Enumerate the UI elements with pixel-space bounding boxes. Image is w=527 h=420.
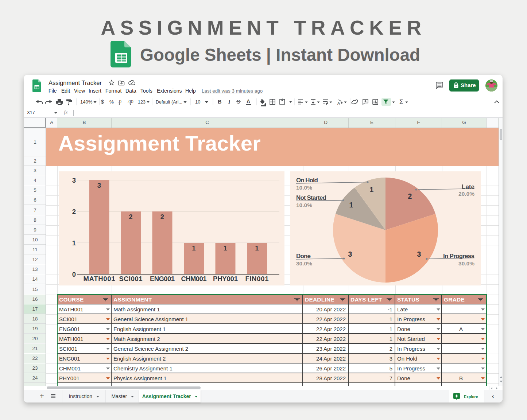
svg-text:3: 3 xyxy=(348,250,352,258)
svg-text:20.0%: 20.0% xyxy=(458,191,474,197)
svg-text:0: 0 xyxy=(72,271,76,278)
svg-text:%: % xyxy=(109,99,114,105)
svg-text:30.0%: 30.0% xyxy=(458,260,474,267)
svg-text:PHY001: PHY001 xyxy=(213,275,238,283)
svg-text:10: 10 xyxy=(195,99,200,105)
svg-text:ENG001: ENG001 xyxy=(150,275,175,283)
svg-text:CHM001: CHM001 xyxy=(181,275,207,283)
svg-text:10.0%: 10.0% xyxy=(296,184,312,191)
svg-text:2: 2 xyxy=(72,208,76,215)
svg-text:Σ: Σ xyxy=(399,98,403,105)
svg-text:In Progress: In Progress xyxy=(443,253,474,260)
svg-text:A: A xyxy=(337,101,340,105)
svg-text:3: 3 xyxy=(72,176,76,184)
svg-text:Default (Ari...: Default (Ari... xyxy=(156,100,182,105)
svg-text:1: 1 xyxy=(255,244,259,252)
svg-text:Late: Late xyxy=(462,183,474,190)
svg-text:2: 2 xyxy=(129,213,132,221)
svg-text:Done: Done xyxy=(296,253,311,260)
svg-text:$: $ xyxy=(101,99,104,105)
svg-text:1: 1 xyxy=(72,239,76,247)
svg-text:A: A xyxy=(247,98,250,104)
svg-text:B: B xyxy=(218,99,221,105)
svg-text:10.0%: 10.0% xyxy=(296,202,312,208)
svg-text:1: 1 xyxy=(370,186,374,194)
svg-text:2: 2 xyxy=(408,192,412,200)
svg-text:3: 3 xyxy=(417,250,421,258)
svg-text:1: 1 xyxy=(349,201,353,209)
svg-text:3: 3 xyxy=(97,182,101,189)
svg-text:On Hold: On Hold xyxy=(296,177,318,184)
svg-text:1: 1 xyxy=(192,244,195,252)
svg-text:30.0%: 30.0% xyxy=(296,260,312,267)
svg-text:I: I xyxy=(228,99,231,105)
svg-text:Not Started: Not Started xyxy=(296,194,326,201)
svg-text:2: 2 xyxy=(160,213,164,221)
svg-text:123: 123 xyxy=(138,100,146,105)
svg-text:140%: 140% xyxy=(80,99,93,105)
svg-text:FIN001: FIN001 xyxy=(245,275,269,283)
svg-text:1: 1 xyxy=(224,244,227,252)
svg-text:MATH001: MATH001 xyxy=(84,275,115,283)
svg-text:SCI001: SCI001 xyxy=(119,275,143,283)
